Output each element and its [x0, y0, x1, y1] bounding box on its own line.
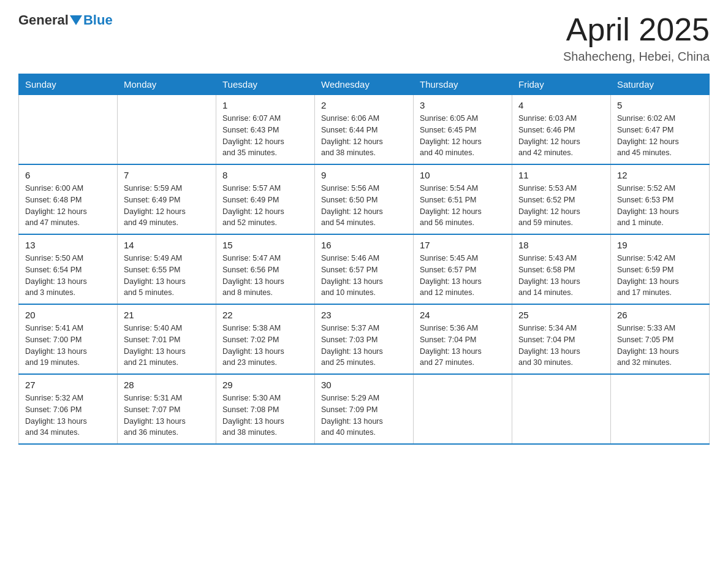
day-info: Sunrise: 5:57 AM Sunset: 6:49 PM Dayligh… — [222, 183, 308, 229]
calendar-cell: 21Sunrise: 5:40 AM Sunset: 7:01 PM Dayli… — [118, 304, 216, 374]
day-info: Sunrise: 5:52 AM Sunset: 6:53 PM Dayligh… — [617, 183, 703, 229]
day-number: 29 — [222, 380, 308, 390]
calendar-cell — [19, 95, 118, 165]
location-text: Shahecheng, Hebei, China — [563, 50, 710, 64]
calendar-cell: 15Sunrise: 5:47 AM Sunset: 6:56 PM Dayli… — [216, 234, 315, 304]
day-number: 6 — [25, 170, 111, 180]
day-number: 1 — [222, 100, 308, 110]
day-number: 16 — [321, 240, 407, 250]
calendar-cell: 28Sunrise: 5:31 AM Sunset: 7:07 PM Dayli… — [118, 374, 216, 444]
day-info: Sunrise: 6:05 AM Sunset: 6:45 PM Dayligh… — [420, 113, 506, 159]
day-number: 4 — [518, 100, 604, 110]
day-info: Sunrise: 6:02 AM Sunset: 6:47 PM Dayligh… — [617, 113, 703, 159]
calendar-cell: 3Sunrise: 6:05 AM Sunset: 6:45 PM Daylig… — [414, 95, 512, 165]
day-number: 12 — [617, 170, 703, 180]
week-row-2: 6Sunrise: 6:00 AM Sunset: 6:48 PM Daylig… — [19, 164, 710, 234]
day-number: 21 — [124, 310, 210, 320]
day-number: 7 — [124, 170, 210, 180]
calendar-cell: 10Sunrise: 5:54 AM Sunset: 6:51 PM Dayli… — [414, 164, 512, 234]
week-row-5: 27Sunrise: 5:32 AM Sunset: 7:06 PM Dayli… — [19, 374, 710, 444]
day-number: 27 — [25, 380, 111, 390]
weekday-header-tuesday: Tuesday — [216, 74, 315, 95]
logo-arrow-icon — [70, 15, 82, 25]
day-info: Sunrise: 5:42 AM Sunset: 6:59 PM Dayligh… — [617, 253, 703, 299]
calendar-cell: 17Sunrise: 5:45 AM Sunset: 6:57 PM Dayli… — [414, 234, 512, 304]
calendar-cell — [118, 95, 216, 165]
day-info: Sunrise: 5:40 AM Sunset: 7:01 PM Dayligh… — [124, 323, 210, 369]
calendar-cell: 8Sunrise: 5:57 AM Sunset: 6:49 PM Daylig… — [216, 164, 315, 234]
week-row-1: 1Sunrise: 6:07 AM Sunset: 6:43 PM Daylig… — [19, 95, 710, 165]
day-number: 10 — [420, 170, 506, 180]
day-info: Sunrise: 5:50 AM Sunset: 6:54 PM Dayligh… — [25, 253, 111, 299]
calendar-cell: 14Sunrise: 5:49 AM Sunset: 6:55 PM Dayli… — [118, 234, 216, 304]
weekday-header-saturday: Saturday — [611, 74, 710, 95]
calendar-cell — [512, 374, 611, 444]
calendar-cell: 7Sunrise: 5:59 AM Sunset: 6:49 PM Daylig… — [118, 164, 216, 234]
day-number: 13 — [25, 240, 111, 250]
month-title: April 2025 — [563, 12, 710, 47]
calendar-cell: 19Sunrise: 5:42 AM Sunset: 6:59 PM Dayli… — [611, 234, 710, 304]
calendar-cell: 13Sunrise: 5:50 AM Sunset: 6:54 PM Dayli… — [19, 234, 118, 304]
day-number: 15 — [222, 240, 308, 250]
calendar-cell: 6Sunrise: 6:00 AM Sunset: 6:48 PM Daylig… — [19, 164, 118, 234]
day-number: 11 — [518, 170, 604, 180]
day-info: Sunrise: 5:34 AM Sunset: 7:04 PM Dayligh… — [518, 323, 604, 369]
day-number: 5 — [617, 100, 703, 110]
day-number: 17 — [420, 240, 506, 250]
calendar-cell: 4Sunrise: 6:03 AM Sunset: 6:46 PM Daylig… — [512, 95, 611, 165]
day-number: 20 — [25, 310, 111, 320]
calendar-cell: 9Sunrise: 5:56 AM Sunset: 6:50 PM Daylig… — [315, 164, 414, 234]
day-number: 9 — [321, 170, 407, 180]
day-info: Sunrise: 5:29 AM Sunset: 7:09 PM Dayligh… — [321, 393, 407, 439]
weekday-header-wednesday: Wednesday — [315, 74, 414, 95]
weekday-header-row: SundayMondayTuesdayWednesdayThursdayFrid… — [19, 74, 710, 95]
day-number: 8 — [222, 170, 308, 180]
day-info: Sunrise: 5:36 AM Sunset: 7:04 PM Dayligh… — [420, 323, 506, 369]
logo-blue-text: Blue — [83, 12, 113, 28]
day-info: Sunrise: 5:31 AM Sunset: 7:07 PM Dayligh… — [124, 393, 210, 439]
day-info: Sunrise: 5:32 AM Sunset: 7:06 PM Dayligh… — [25, 393, 111, 439]
calendar-cell: 22Sunrise: 5:38 AM Sunset: 7:02 PM Dayli… — [216, 304, 315, 374]
calendar-cell: 1Sunrise: 6:07 AM Sunset: 6:43 PM Daylig… — [216, 95, 315, 165]
day-info: Sunrise: 5:47 AM Sunset: 6:56 PM Dayligh… — [222, 253, 308, 299]
day-number: 24 — [420, 310, 506, 320]
calendar-table: SundayMondayTuesdayWednesdayThursdayFrid… — [18, 74, 710, 445]
day-info: Sunrise: 5:43 AM Sunset: 6:58 PM Dayligh… — [518, 253, 604, 299]
day-info: Sunrise: 5:54 AM Sunset: 6:51 PM Dayligh… — [420, 183, 506, 229]
week-row-4: 20Sunrise: 5:41 AM Sunset: 7:00 PM Dayli… — [19, 304, 710, 374]
calendar-cell: 27Sunrise: 5:32 AM Sunset: 7:06 PM Dayli… — [19, 374, 118, 444]
day-number: 23 — [321, 310, 407, 320]
weekday-header-thursday: Thursday — [414, 74, 512, 95]
weekday-header-sunday: Sunday — [19, 74, 118, 95]
day-info: Sunrise: 6:07 AM Sunset: 6:43 PM Dayligh… — [222, 113, 308, 159]
day-number: 25 — [518, 310, 604, 320]
calendar-cell: 12Sunrise: 5:52 AM Sunset: 6:53 PM Dayli… — [611, 164, 710, 234]
title-area: April 2025 Shahecheng, Hebei, China — [563, 12, 710, 64]
calendar-cell — [414, 374, 512, 444]
calendar-cell: 30Sunrise: 5:29 AM Sunset: 7:09 PM Dayli… — [315, 374, 414, 444]
week-row-3: 13Sunrise: 5:50 AM Sunset: 6:54 PM Dayli… — [19, 234, 710, 304]
day-info: Sunrise: 5:30 AM Sunset: 7:08 PM Dayligh… — [222, 393, 308, 439]
day-number: 2 — [321, 100, 407, 110]
calendar-cell: 16Sunrise: 5:46 AM Sunset: 6:57 PM Dayli… — [315, 234, 414, 304]
day-info: Sunrise: 6:06 AM Sunset: 6:44 PM Dayligh… — [321, 113, 407, 159]
calendar-cell: 11Sunrise: 5:53 AM Sunset: 6:52 PM Dayli… — [512, 164, 611, 234]
day-number: 3 — [420, 100, 506, 110]
calendar-cell: 24Sunrise: 5:36 AM Sunset: 7:04 PM Dayli… — [414, 304, 512, 374]
day-number: 18 — [518, 240, 604, 250]
day-info: Sunrise: 6:03 AM Sunset: 6:46 PM Dayligh… — [518, 113, 604, 159]
day-info: Sunrise: 5:59 AM Sunset: 6:49 PM Dayligh… — [124, 183, 210, 229]
calendar-cell: 23Sunrise: 5:37 AM Sunset: 7:03 PM Dayli… — [315, 304, 414, 374]
day-number: 30 — [321, 380, 407, 390]
day-info: Sunrise: 5:41 AM Sunset: 7:00 PM Dayligh… — [25, 323, 111, 369]
day-number: 19 — [617, 240, 703, 250]
day-info: Sunrise: 5:33 AM Sunset: 7:05 PM Dayligh… — [617, 323, 703, 369]
day-info: Sunrise: 6:00 AM Sunset: 6:48 PM Dayligh… — [25, 183, 111, 229]
logo: General Blue — [18, 12, 113, 28]
day-info: Sunrise: 5:53 AM Sunset: 6:52 PM Dayligh… — [518, 183, 604, 229]
day-info: Sunrise: 5:45 AM Sunset: 6:57 PM Dayligh… — [420, 253, 506, 299]
calendar-cell: 26Sunrise: 5:33 AM Sunset: 7:05 PM Dayli… — [611, 304, 710, 374]
calendar-cell: 20Sunrise: 5:41 AM Sunset: 7:00 PM Dayli… — [19, 304, 118, 374]
page-header: General Blue April 2025 Shahecheng, Hebe… — [18, 12, 710, 64]
calendar-cell — [611, 374, 710, 444]
